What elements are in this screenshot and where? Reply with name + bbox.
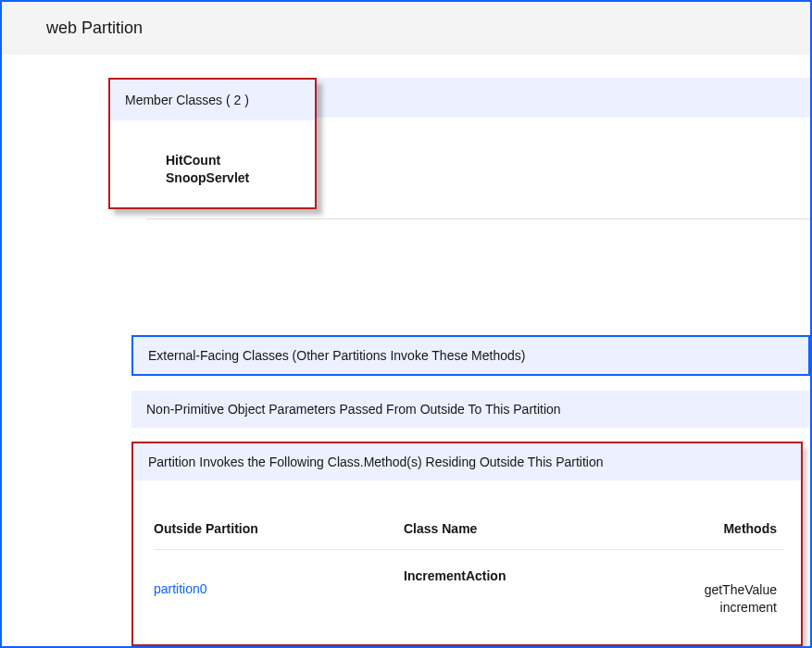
partition-link[interactable]: partition0 xyxy=(154,581,207,596)
member-classes-header-label: Member Classes ( 2 ) xyxy=(125,93,249,107)
external-facing-panel[interactable]: External-Facing Classes (Other Partition… xyxy=(131,335,810,376)
invokes-header[interactable]: Partition Invokes the Following Class.Me… xyxy=(133,443,801,480)
invokes-table: Outside Partition Class Name Methods par… xyxy=(133,480,801,628)
divider xyxy=(145,218,810,219)
non-primitive-panel[interactable]: Non-Primitive Object Parameters Passed F… xyxy=(131,391,810,428)
page-title-bar: web Partition xyxy=(2,2,810,55)
member-classes-panel: Member Classes ( 2 ) HitCount SnoopServl… xyxy=(108,78,317,209)
member-class-item: HitCount xyxy=(166,152,300,169)
non-primitive-header: Non-Primitive Object Parameters Passed F… xyxy=(131,391,810,428)
column-header-methods: Methods xyxy=(681,521,784,536)
cell-class-name: IncrementAction xyxy=(404,568,681,583)
cell-methods: getTheValue increment xyxy=(681,568,784,617)
member-class-item: SnoopServlet xyxy=(166,169,300,187)
invokes-panel: Partition Invokes the Following Class.Me… xyxy=(131,442,803,646)
page-title: web Partition xyxy=(46,19,143,37)
member-classes-header[interactable]: Member Classes ( 2 ) xyxy=(110,80,315,120)
table-row: partition0 IncrementAction getTheValue i… xyxy=(154,550,784,628)
external-facing-label: External-Facing Classes (Other Partition… xyxy=(148,348,525,363)
method-item: getTheValue xyxy=(681,581,777,599)
non-primitive-label: Non-Primitive Object Parameters Passed F… xyxy=(146,402,561,417)
member-classes-list: HitCount SnoopServlet xyxy=(110,120,315,207)
table-header-row: Outside Partition Class Name Methods xyxy=(154,510,784,550)
column-header-class: Class Name xyxy=(404,521,681,536)
invokes-header-label: Partition Invokes the Following Class.Me… xyxy=(148,455,604,469)
cell-outside-partition: partition0 xyxy=(154,568,404,596)
column-header-partition: Outside Partition xyxy=(154,521,404,536)
external-facing-header: External-Facing Classes (Other Partition… xyxy=(133,337,808,374)
method-item: increment xyxy=(681,599,777,617)
